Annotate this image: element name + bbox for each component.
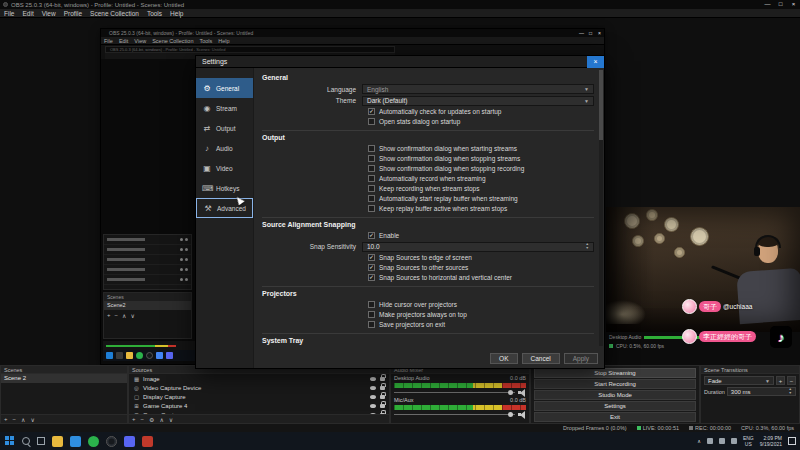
menu-tools[interactable]: Tools [143,10,166,17]
visibility-eye-icon[interactable] [370,377,376,381]
menu-file[interactable]: File [101,38,116,44]
slider-handle[interactable] [508,390,513,395]
checkbox[interactable] [368,232,375,239]
scrollbar-thumb[interactable] [599,70,603,140]
windows-start-icon[interactable] [5,436,15,446]
checkbox[interactable] [368,175,375,182]
properties-gear-icon[interactable]: ⚙ [149,416,154,423]
duration-input[interactable]: 300 ms ▲▼ [727,387,796,396]
source-list-item[interactable]: ⊞ Game Capture 4 [129,401,389,410]
checkbox[interactable] [368,274,375,281]
move-up-icon[interactable]: ∧ [122,312,126,319]
volume-tray-icon[interactable] [719,438,725,444]
menu-scene-collection[interactable]: Scene Collection [149,38,196,44]
menu-help[interactable]: Help [215,38,232,44]
move-down-icon[interactable]: ∨ [169,416,173,423]
menu-edit[interactable]: Edit [116,38,131,44]
remove-icon[interactable]: − [115,312,119,318]
settings-tab-audio[interactable]: ♪ Audio [196,138,253,158]
remove-transition-button[interactable]: − [787,376,796,385]
studio-mode-button[interactable]: Studio Mode [534,390,696,400]
menu-view[interactable]: View [131,38,149,44]
menu-help[interactable]: Help [166,10,187,17]
start-recording-button[interactable]: Start Recording [534,379,696,389]
minimize-button[interactable]: — [761,0,774,9]
stop-streaming-button[interactable]: Stop Streaming [534,368,696,378]
file-explorer-icon[interactable] [52,436,63,447]
app-icon[interactable] [124,436,135,447]
settings-tab-general[interactable]: ⚙ General [196,78,253,98]
exit-button[interactable]: Exit [534,412,696,422]
checkbox[interactable] [368,311,375,318]
visibility-eye-icon[interactable] [370,386,376,390]
close-button[interactable]: × [595,29,604,37]
add-icon[interactable]: + [4,416,8,422]
add-icon[interactable]: + [132,416,136,422]
app-icon[interactable] [142,436,153,447]
cancel-button[interactable]: Cancel [522,353,560,364]
spinner-arrows-icon[interactable]: ▲▼ [789,388,792,395]
search-icon[interactable] [22,437,30,445]
source-list-item[interactable]: ◎ Video Capture Device [129,383,389,392]
checkbox[interactable] [368,195,375,202]
checkbox[interactable] [368,301,375,308]
lock-icon[interactable] [380,404,385,408]
move-down-icon[interactable]: ∨ [30,416,34,423]
language-select[interactable]: English ▼ [362,84,594,94]
minimize-button[interactable]: — [577,29,586,37]
checkbox[interactable] [368,321,375,328]
language-indicator[interactable]: ENG US [743,435,754,447]
settings-scrollbar[interactable] [599,70,603,346]
checkbox[interactable] [368,185,375,192]
transition-select[interactable]: Fade ▼ [704,376,774,385]
scene-list-item[interactable]: Scene 2 [1,374,127,383]
visibility-eye-icon[interactable] [370,404,376,408]
move-up-icon[interactable]: ∧ [21,416,25,423]
close-button[interactable]: × [787,0,800,9]
speaker-icon[interactable] [518,411,526,419]
volume-slider[interactable] [394,414,515,415]
speaker-icon[interactable] [518,389,526,397]
maximize-button[interactable]: □ [586,29,595,37]
menu-view[interactable]: View [38,10,60,17]
add-transition-button[interactable]: + [776,376,785,385]
checkbox[interactable] [368,264,375,271]
checkbox[interactable] [368,165,375,172]
source-list-item[interactable]: ▦ Image [129,374,389,383]
lock-icon[interactable] [380,386,385,390]
store-icon[interactable] [70,436,81,447]
obs-taskbar-icon[interactable] [106,436,117,447]
notification-center-icon[interactable] [788,437,796,445]
volume-slider[interactable] [394,392,515,393]
remove-icon[interactable]: − [141,416,145,422]
app-icon[interactable] [88,436,99,447]
ok-button[interactable]: OK [490,353,517,364]
checkbox[interactable] [368,155,375,162]
nested-scene-item[interactable]: Scene2 [104,301,191,310]
apply-button[interactable]: Apply [564,353,598,364]
source-list-item[interactable]: ▢ Display Capture [129,392,389,401]
menu-file[interactable]: File [0,10,18,17]
tray-expand-icon[interactable]: ∧ [697,438,701,444]
visibility-eye-icon[interactable] [370,395,376,399]
move-down-icon[interactable]: ∨ [130,312,134,319]
move-up-icon[interactable]: ∧ [159,416,163,423]
settings-tab-video[interactable]: ▣ Video [196,158,253,178]
settings-tab-output[interactable]: ⇄ Output [196,118,253,138]
checkbox[interactable] [368,108,375,115]
settings-button[interactable]: Settings [534,401,696,411]
menu-tools[interactable]: Tools [196,38,215,44]
remove-icon[interactable]: − [13,416,17,422]
menu-scene-collection[interactable]: Scene Collection [86,10,143,17]
checkbox[interactable] [368,254,375,261]
tray-icon[interactable] [707,438,713,444]
clock[interactable]: 2:09 PM 9/19/2021 [760,435,782,447]
menu-profile[interactable]: Profile [60,10,86,17]
lock-icon[interactable] [380,395,385,399]
spinner-arrows-icon[interactable]: ▲▼ [586,243,589,250]
lock-icon[interactable] [380,377,385,381]
settings-close-button[interactable]: × [587,56,604,68]
maximize-button[interactable]: □ [774,0,787,9]
add-icon[interactable]: + [107,312,111,318]
checkbox[interactable] [368,118,375,125]
